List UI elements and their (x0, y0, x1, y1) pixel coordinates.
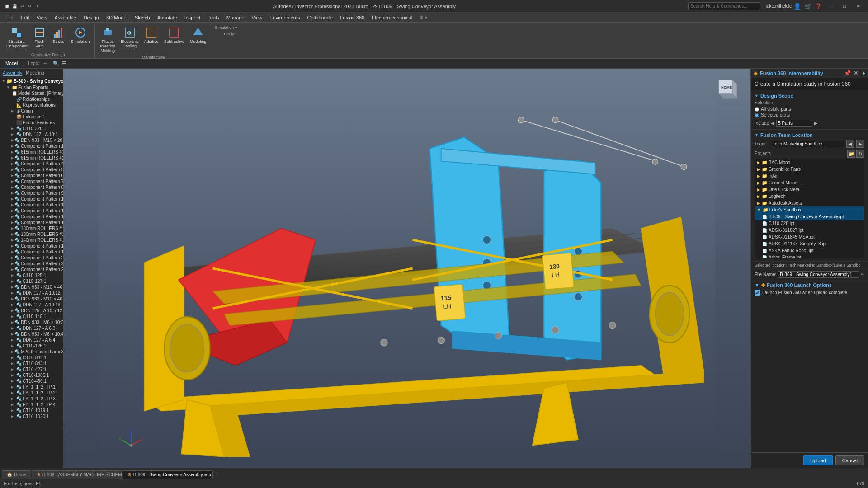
minimize-button[interactable]: ─ (825, 2, 837, 11)
tree-fy-tp2[interactable]: ▶🔩 FY_1_1_2_TP:2 (0, 390, 63, 396)
tree-c110-127[interactable]: ▶🔩 C110-127:1 (0, 278, 63, 284)
cancel-button[interactable]: Cancel (835, 455, 864, 465)
ribbon-btn-additive[interactable]: + Additive (142, 25, 160, 45)
proj-c110-328[interactable]: 📄 C110-328.ipt (755, 220, 864, 227)
fusion-team-header[interactable]: ▼ Fusion Team Location (755, 132, 864, 138)
tree-fy-tp1[interactable]: ▶🔩 FY_1_1_2_TP:1 (0, 384, 63, 390)
menu-collaborate[interactable]: Collaborate (304, 13, 336, 23)
proj-lukes-sandbox[interactable]: ▼ 📁 Luke's Sandbox (755, 206, 864, 213)
tree-model-states[interactable]: 📋 Model States: [Primary] (0, 90, 63, 96)
tab-b809-swing-conveyor[interactable]: ⚙ B-809 - Swing Conveyor Assembly.iam ✕ (123, 470, 213, 479)
panel-close-button[interactable]: ✕ (854, 70, 858, 76)
proj-one-click-metal[interactable]: ▶ 📁 One Click Metal (755, 186, 864, 193)
tree-ddn933-m104012[interactable]: ▶🔩 DDN 933 - M10 × 40:12 (0, 296, 63, 302)
tree-c110-1401[interactable]: ▶🔩 C110-140:1 (0, 314, 63, 319)
panel-pin-button[interactable]: 📌 (844, 70, 851, 76)
tab-b809-assembly-machine[interactable]: ⚙ B-809 - ASSEMBLY MACHINE SCHEMA.iam ✕ (32, 470, 122, 479)
menu-tools[interactable]: Tools (204, 13, 223, 23)
ribbon-btn-electronic-cooling[interactable]: ❄ ElectronicCooling (119, 25, 141, 50)
tree-ddn933-m6103[interactable]: ▶🔩 DDN 933 - M6 × 10:3 (0, 319, 63, 325)
menu-annotate[interactable]: Annotate (154, 13, 181, 23)
new-tab-button[interactable]: + (215, 470, 219, 477)
cart-icon[interactable]: 🛒 (805, 3, 811, 9)
tree-end-features[interactable]: ⬛ End of Features (0, 120, 63, 126)
menu-manage[interactable]: Manage (223, 13, 248, 23)
tree-ddn125-10512[interactable]: ▶🔩 DDN 125 - A 10.5:12 (0, 308, 63, 314)
app-icon-4[interactable]: ↪ (27, 3, 33, 9)
tree-fy-tp3[interactable]: ▶🔩 FY_1_1_2_TP:3 (0, 396, 63, 402)
tree-ddn933-m102-201[interactable]: ▶ 🔩 DDN 933 - M10 × 20:1 (0, 137, 63, 143)
filename-input[interactable] (778, 271, 859, 278)
tree-ct10-4271[interactable]: ▶🔩 CT10-427:1 (0, 366, 63, 372)
tree-ct10-4301[interactable]: ▶🔩 CT10-430:1 (0, 378, 63, 384)
tree-comp-pattern-8[interactable]: ▶ 🔩 Component Pattern 8:1 (0, 184, 63, 190)
menu-electromechanical[interactable]: Electromechanical (368, 13, 416, 23)
component-tree[interactable]: ▼ 📁 B-809 - Swing Conveyor Assembly.ia ▼… (0, 78, 63, 468)
menu-3dmodel[interactable]: 3D Model (103, 13, 131, 23)
team-prev-button[interactable]: ◀ (846, 140, 854, 148)
tab-logic[interactable]: Logic (26, 60, 41, 67)
tree-representations[interactable]: 📐 Representations (0, 102, 63, 108)
menu-environments[interactable]: Environments (266, 13, 303, 23)
menu-sketch[interactable]: Sketch (131, 13, 154, 23)
radio-all-visible[interactable]: All visible parts (755, 106, 864, 112)
tree-comp-pattern-19[interactable]: ▶ 🔩 Component Pattern 19:1 (0, 249, 63, 255)
tree-ct10-10861[interactable]: ▶🔩 CT10-1086:1 (0, 372, 63, 378)
radio-selected-parts[interactable]: Selected parts (755, 112, 864, 118)
tree-comp-pattern-11[interactable]: ▶ 🔩 Component Pattern 11:1 (0, 202, 63, 208)
design-scope-header[interactable]: ▼ Design Scope (755, 93, 864, 99)
panel-expand-button[interactable]: + (863, 70, 865, 76)
tree-ct10-10191[interactable]: ▶🔩 CT10-1019:1 (0, 408, 63, 413)
assembly-tab[interactable]: Assembly (3, 70, 22, 76)
tree-comp-pattern-9[interactable]: ▶ 🔩 Component Pattern 9:1 (0, 190, 63, 196)
new-folder-button[interactable]: 📁 (847, 150, 855, 158)
tree-140mm-1[interactable]: ▶ 🔩 140mm ROLLERS #1 (0, 237, 63, 243)
tree-comp-pattern-13[interactable]: ▶ 🔩 Component Pattern 13:1 (0, 214, 63, 220)
menu-file[interactable]: File (2, 13, 17, 23)
app-icon-3[interactable]: ↩ (19, 3, 25, 9)
tree-comp-pattern-14[interactable]: ▶ 🔩 Component Pattern 14:1 (0, 220, 63, 225)
tree-relationships[interactable]: 🔗 Relationships (0, 96, 63, 102)
team-next-button[interactable]: ▶ (856, 140, 864, 148)
tree-comp-pattern-24[interactable]: ▶ 🔩 Component Pattern 24:1 (0, 267, 63, 272)
app-icon-5[interactable]: ▾ (34, 3, 41, 9)
tree-ct10-8431[interactable]: ▶🔩 CT10-843:1 (0, 361, 63, 366)
proj-adsk-014167[interactable]: 📄 ADSK-014167_Simplify_3.ipt (755, 240, 864, 247)
ribbon-btn-stress[interactable]: Stress (50, 25, 67, 45)
tree-comp-pattern-12[interactable]: ▶ 🔩 Component Pattern 12:1 (0, 208, 63, 214)
menu-view2[interactable]: View (248, 13, 266, 23)
tree-comp-pattern-23[interactable]: ▶ 🔩 Component Pattern 23:1 (0, 261, 63, 267)
proj-adsk-011845[interactable]: 📄 ADSK-011845 MSA.ipt (755, 234, 864, 240)
tree-ddn933-m104011[interactable]: ▶🔩 DDN 933 - M10 × 40:11 (0, 284, 63, 290)
search-input[interactable] (688, 2, 760, 10)
tree-fy-tp4[interactable]: ▶🔩 FY_1_1_2_TP:4 (0, 402, 63, 408)
tree-ct10-8421[interactable]: ▶🔩 CT10-842:1 (0, 355, 63, 361)
team-input[interactable] (771, 141, 844, 147)
tree-ddn127-1012[interactable]: ▶🔩 DDN 127 - A 10:12 (0, 290, 63, 296)
projects-tree[interactable]: ▶ 📁 BAC Mono ▶ 📁 Greenbike Fans ▶ 📁 InAi… (755, 159, 864, 258)
search-icon-small[interactable]: 🔍 (53, 61, 59, 66)
proj-adsk-011827[interactable]: 📄 ADSK-011827.ipt (755, 227, 864, 234)
menu-assemble[interactable]: Assemble (51, 13, 80, 23)
tree-fusion-exports[interactable]: ▼ 📁 Fusion Exports (0, 84, 63, 90)
tree-m20threaded[interactable]: ▶🔩 M20 threaded bar x 350:1 (0, 349, 63, 355)
tree-comp-pattern-1[interactable]: ▶ 🔩 Component Pattern 1:1 (0, 143, 63, 149)
tree-comp-pattern-10[interactable]: ▶ 🔩 Component Pattern 10:1 (0, 196, 63, 202)
launch-fusion360-input[interactable] (755, 290, 760, 296)
menu-design[interactable]: Design (80, 13, 103, 23)
ribbon-btn-modeling[interactable]: Modeling (188, 25, 208, 45)
panel-options-icon[interactable]: ☰ (62, 61, 66, 66)
proj-greenbiike[interactable]: ▶ 📁 Greenbike Fans (755, 166, 864, 173)
ribbon-btn-simulation[interactable]: Simulation (69, 25, 92, 45)
view-cube[interactable]: HOME (710, 73, 741, 105)
ribbon-btn-plastic-injection[interactable]: PlasticInjectionMolding (99, 25, 118, 54)
ribbon-btn-flush-path[interactable]: FlushPath (31, 25, 48, 50)
tree-180mm-1[interactable]: ▶ 🔩 180mm ROLLERS #1 (0, 225, 63, 231)
radio-selected-parts-input[interactable] (755, 113, 759, 117)
tab-model[interactable]: Model (4, 60, 19, 67)
maximize-button[interactable]: □ (838, 2, 851, 11)
tree-c110-3281[interactable]: ▶ 🔩 C110-328:1 (0, 126, 63, 131)
proj-cement-mixer[interactable]: ▶ 📁 Cement Mixer (755, 179, 864, 186)
proj-logitech[interactable]: ▶ 📁 Logitech (755, 193, 864, 200)
proj-arbor-frame[interactable]: 📄 Arbor_Frame.ipt (755, 254, 864, 258)
